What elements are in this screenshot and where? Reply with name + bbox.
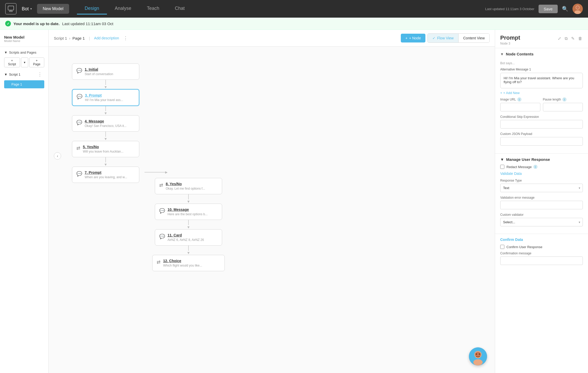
script-1-menu-button[interactable]: ⋮	[35, 70, 44, 78]
node-1-preview: Start of conversation	[85, 72, 113, 76]
node-7-title: 7. Prompt	[85, 170, 127, 175]
response-type-row: Response Type Text Number Email Date Pho…	[500, 179, 583, 192]
scripts-actions: + Script ▾ + Page	[4, 58, 44, 67]
add-new-link[interactable]: + + Add New	[500, 91, 520, 95]
validation-error-input[interactable]	[500, 201, 583, 209]
conditional-skip-input[interactable]	[500, 120, 583, 128]
breadcrumb-script[interactable]: Script 1	[54, 36, 67, 40]
script-1-item[interactable]: ▼ Script 1 ⋮	[2, 69, 46, 80]
svg-point-6	[576, 6, 579, 9]
script-1-label: ▼ Script 1	[4, 73, 20, 76]
confirm-user-response-checkbox[interactable]	[500, 245, 504, 249]
add-description-link[interactable]: Add description	[94, 36, 119, 40]
panel-copy-icon[interactable]: ⧉	[564, 35, 568, 41]
node-5-icon: ⇄	[76, 145, 80, 151]
connector-5-7: ▼	[104, 157, 107, 167]
node-1-initial[interactable]: 💬 1. Initial Start of conversation	[72, 63, 139, 80]
node-7-prompt[interactable]: 💬 7. Prompt When are you leaving, and w.…	[72, 167, 139, 183]
new-model-button[interactable]: New Model	[37, 4, 69, 14]
connector-1-3: ▼	[104, 80, 107, 89]
panel-title: Prompt	[500, 34, 520, 41]
node-contents-header[interactable]: ▼ Node Contents	[495, 48, 588, 59]
canvas-scroll[interactable]: ‹ 💬 1. Initial Start of conversation	[49, 47, 495, 373]
sidebar: New Model Model Name ▼ Scripts and Pages…	[0, 30, 49, 373]
script-dropdown-button[interactable]: ▾	[21, 58, 28, 67]
svg-point-12	[479, 353, 480, 355]
branch-left: 💬 7. Prompt When are you leaving, and w.…	[72, 167, 139, 183]
node-3-content: 3. Prompt Hi! I'm Mia your travel ass...	[85, 93, 123, 102]
confirm-user-response-row: Confirm User Response	[500, 245, 583, 249]
bot-label: Bot	[22, 6, 29, 12]
node-10-title: 10. Message	[168, 207, 208, 212]
add-script-button[interactable]: + Script	[4, 58, 20, 67]
custom-json-row: Custom JSON Payload	[500, 132, 583, 146]
sidebar-collapse-toggle[interactable]: ‹	[54, 152, 61, 160]
model-title: New Model	[4, 35, 44, 39]
bot-avatar-float[interactable]	[469, 347, 487, 365]
redact-message-checkbox[interactable]	[500, 165, 504, 169]
node-10-preview: Here are the best options b...	[168, 212, 208, 216]
node-3-prompt[interactable]: 💬 3. Prompt Hi! I'm Mia your travel ass.…	[72, 89, 139, 106]
bot-selector[interactable]: Bot ▾	[19, 5, 34, 13]
pause-length-info-icon[interactable]: i	[562, 97, 567, 102]
image-url-info-icon[interactable]: i	[517, 97, 521, 102]
node-1-icon: 💬	[76, 68, 82, 74]
connector-4-5: ▼	[104, 132, 107, 141]
confirm-data-title[interactable]: Confirm Data	[500, 238, 583, 242]
tab-teach[interactable]: Teach	[139, 3, 167, 15]
panel-delete-icon[interactable]: 🗑	[578, 35, 583, 41]
svg-rect-0	[8, 6, 14, 10]
tab-design[interactable]: Design	[77, 3, 107, 15]
node-8-icon: ⇄	[159, 182, 163, 188]
status-bar: ✓ Your model is up to date. Last updated…	[0, 18, 588, 30]
tab-chat[interactable]: Chat	[167, 3, 192, 15]
image-url-input[interactable]	[500, 103, 540, 111]
canvas-header-right: + + Node ✓ Flow View Content View	[401, 33, 490, 43]
panel-edit-icon[interactable]: ✎	[571, 35, 575, 41]
node-5-yesno[interactable]: ⇄ 5. Yes/No Will you leave from Aucklan.…	[72, 141, 139, 157]
save-button[interactable]: Save	[539, 5, 558, 13]
node-12-preview: Which flight would you like...	[163, 264, 202, 267]
redact-info-icon[interactable]: i	[533, 165, 538, 169]
validate-data-link[interactable]: Validate Data	[500, 171, 522, 176]
response-type-select[interactable]: Text Number Email Date Phone	[500, 184, 583, 192]
page-1-item[interactable]: Page 1	[4, 80, 44, 88]
search-icon[interactable]: 🔍	[562, 6, 568, 12]
add-node-button[interactable]: + + Node	[401, 34, 426, 42]
scripts-section-header[interactable]: ▼ Scripts and Pages	[2, 49, 46, 56]
node-4-title: 4. Message	[85, 119, 126, 123]
sidebar-model-info: New Model Model Name	[0, 33, 48, 45]
node-10-content: 10. Message Here are the best options b.…	[168, 207, 208, 216]
canvas-header-menu-button[interactable]: ⋮	[121, 34, 130, 42]
node-12-title: 12. Choice	[163, 259, 202, 263]
node-3-icon: 💬	[77, 94, 82, 99]
node-5-title: 5. Yes/No	[83, 145, 124, 149]
canvas-header: Script 1 › Page 1 | Add description ⋮ + …	[49, 30, 495, 47]
nav-right-section: Last updated 11:11am 3 October Save 🔍	[485, 4, 583, 14]
node-10-message[interactable]: 💬 10. Message Here are the best options …	[155, 204, 222, 220]
flow-view-check-icon: ✓	[432, 36, 435, 40]
panel-expand-icon[interactable]: ⤢	[557, 35, 562, 41]
confirmation-message-input[interactable]	[500, 256, 583, 265]
flow-view-button[interactable]: ✓ Flow View	[428, 34, 459, 42]
svg-point-11	[476, 353, 477, 355]
node-8-preview: Okay. Let me find options f...	[166, 187, 205, 190]
custom-validator-select[interactable]: Select...	[500, 218, 583, 226]
add-page-button[interactable]: + Page	[29, 58, 44, 67]
node-11-card[interactable]: 💬 11. Card AirNZ 6, AirNZ 8, AirNZ 26	[155, 229, 222, 246]
node-8-yesno[interactable]: ⇄ 8. Yes/No Okay. Let me find options f.…	[155, 178, 222, 194]
content-view-button[interactable]: Content View	[459, 34, 489, 42]
node-12-icon: ⇄	[157, 259, 161, 265]
node-12-choice[interactable]: ⇄ 12. Choice Which flight would you like…	[152, 255, 225, 271]
custom-json-input[interactable]	[500, 137, 583, 146]
user-avatar[interactable]	[572, 4, 583, 14]
pause-length-input[interactable]	[543, 103, 583, 111]
redact-message-row: Redact Message i	[500, 165, 583, 169]
connector-3-4: ▼	[104, 106, 107, 115]
node-4-message[interactable]: 💬 4. Message Okay! San Francisco, USA it…	[72, 115, 139, 132]
message-box[interactable]: Hi! I'm Mia your travel assistant. Where…	[500, 73, 583, 88]
tab-analyse[interactable]: Analyse	[107, 3, 139, 15]
breadcrumb-page[interactable]: Page 1	[72, 36, 85, 40]
confirmation-message-label: Confirmation message	[500, 252, 583, 255]
redact-message-label: Redact Message i	[506, 165, 538, 169]
